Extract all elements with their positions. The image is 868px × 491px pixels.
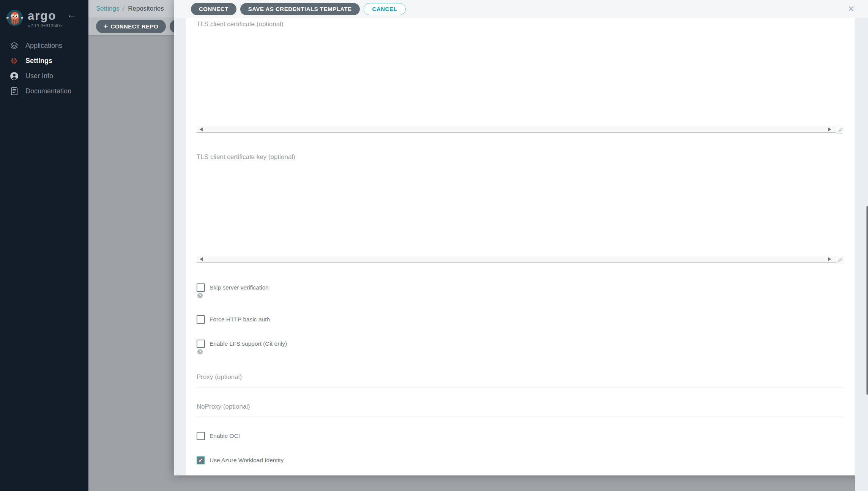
sidebar-item-label: User Info	[25, 72, 53, 80]
argocd-app: argo v2.13.0+913f40e ← Applications ⚙ Se…	[0, 0, 868, 491]
page-scrollbar-track[interactable]	[855, 18, 868, 491]
checkbox-box: ✓	[197, 340, 205, 348]
tls-key-field	[197, 165, 843, 263]
tls-cert-hscrollbar[interactable]	[197, 126, 843, 132]
resize-grip-icon[interactable]	[836, 256, 843, 263]
user-icon	[9, 71, 19, 80]
connect-repo-button[interactable]: + CONNECT REPO	[96, 20, 166, 33]
checkbox-box: ✓	[197, 315, 205, 324]
breadcrumb-settings-link[interactable]: Settings	[96, 5, 119, 13]
enable-lfs-checkbox[interactable]: ✓ Enable LFS support (Git only)	[197, 339, 287, 348]
checkbox-box: ✓	[197, 432, 205, 440]
sidebar-item-label: Applications	[25, 42, 62, 50]
skip-server-verification-checkbox[interactable]: ✓ Skip server verification	[197, 283, 269, 292]
cancel-button[interactable]: CANCEL	[364, 3, 406, 15]
scroll-left-icon[interactable]	[200, 127, 203, 131]
scroll-right-icon[interactable]	[828, 257, 831, 261]
tls-key-label: TLS client certificate key (optional)	[197, 153, 295, 161]
tls-key-textarea[interactable]	[197, 165, 843, 256]
connect-repo-label: CONNECT REPO	[111, 23, 159, 30]
sidebar-item-documentation[interactable]: Documentation	[0, 83, 88, 99]
checkbox-label: Force HTTP basic auth	[210, 316, 270, 323]
sidebar-item-applications[interactable]: Applications	[0, 38, 88, 53]
sidebar-nav: Applications ⚙ Settings User Info	[0, 38, 88, 99]
enable-oci-checkbox[interactable]: ✓ Enable OCI	[197, 431, 240, 441]
resize-grip-icon[interactable]	[836, 126, 843, 134]
sidebar-item-label: Settings	[25, 57, 52, 65]
help-icon[interactable]: ?	[197, 293, 203, 298]
checkbox-label: Enable OCI	[210, 433, 240, 439]
scroll-left-icon[interactable]	[200, 257, 203, 261]
use-azure-workload-identity-checkbox[interactable]: ✓ Use Azure Workload Identity	[197, 456, 284, 465]
tls-cert-label: TLS client certificate (optional)	[197, 20, 284, 28]
checkbox-label: Skip server verification	[210, 284, 269, 291]
sidebar-item-user-info[interactable]: User Info	[0, 68, 88, 83]
breadcrumb-separator: /	[122, 5, 125, 13]
tls-cert-field	[197, 33, 843, 133]
sidebar-item-label: Documentation	[25, 87, 71, 95]
argo-logo-icon	[6, 9, 24, 27]
docs-icon	[9, 87, 19, 96]
checkbox-box: ✓	[197, 456, 205, 464]
close-icon[interactable]: ×	[848, 2, 854, 16]
connect-repo-form: TLS client certificate (optional) TLS cl…	[186, 18, 855, 475]
checkbox-box: ✓	[197, 283, 205, 292]
checkbox-label: Use Azure Workload Identity	[210, 457, 284, 464]
gear-icon: ⚙	[9, 56, 19, 65]
tls-cert-textarea[interactable]	[197, 33, 843, 126]
argo-wordmark: argo	[28, 9, 56, 23]
panel-toolbar: CONNECT SAVE AS CREDENTIALS TEMPLATE CAN…	[174, 0, 868, 18]
check-icon: ✓	[198, 457, 203, 464]
sidebar: argo v2.13.0+913f40e ← Applications ⚙ Se…	[0, 0, 88, 491]
version-label: v2.13.0+913f40e	[28, 23, 62, 28]
save-as-credentials-template-button[interactable]: SAVE AS CREDENTIALS TEMPLATE	[240, 3, 360, 15]
scroll-right-icon[interactable]	[828, 127, 831, 131]
layers-icon	[9, 41, 19, 50]
tls-key-hscrollbar[interactable]	[197, 256, 843, 262]
connect-repo-panel: CONNECT SAVE AS CREDENTIALS TEMPLATE CAN…	[174, 0, 868, 475]
help-icon[interactable]: ?	[197, 349, 203, 354]
sidebar-item-settings[interactable]: ⚙ Settings	[0, 53, 88, 68]
noproxy-input[interactable]	[197, 405, 843, 417]
proxy-input[interactable]	[197, 376, 843, 387]
checkbox-label: Enable LFS support (Git only)	[210, 340, 287, 347]
connect-button[interactable]: CONNECT	[191, 3, 236, 15]
force-http-basic-auth-checkbox[interactable]: ✓ Force HTTP basic auth	[197, 315, 270, 324]
page-scrollbar-thumb[interactable]	[866, 206, 868, 395]
collapse-sidebar-icon[interactable]: ←	[67, 9, 76, 20]
breadcrumb-current: Repositories	[128, 5, 164, 13]
plus-icon: +	[104, 22, 108, 30]
